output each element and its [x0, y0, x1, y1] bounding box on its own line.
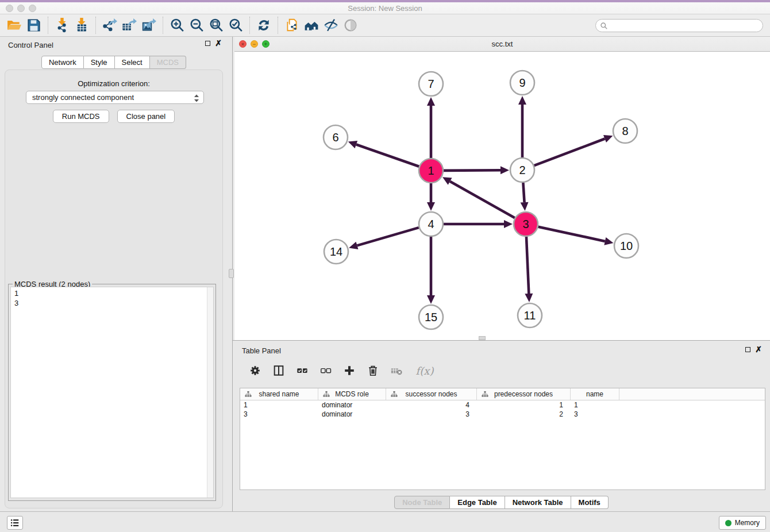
column-header-predecessor-nodes[interactable]: predecessor nodes: [477, 388, 571, 400]
graph-node-14[interactable]: 14: [324, 240, 348, 264]
graph-node-1[interactable]: 1: [419, 159, 443, 183]
tab-edge-table[interactable]: Edge Table: [450, 496, 505, 509]
graph-node-9[interactable]: 9: [510, 71, 534, 95]
close-panel-icon[interactable]: ✗: [215, 41, 222, 46]
tab-network[interactable]: Network: [41, 56, 84, 69]
vertical-splitter-handle[interactable]: [229, 269, 234, 278]
column-header-MCDS-role[interactable]: MCDS role: [318, 388, 386, 400]
table-cell[interactable]: 1: [477, 400, 571, 410]
zoom-selected-button[interactable]: [226, 16, 245, 34]
graph-node-8[interactable]: 8: [613, 119, 637, 143]
first-neighbors-button[interactable]: [302, 16, 321, 34]
optimization-criterion-select[interactable]: strongly connected component: [26, 91, 204, 104]
node-label: 8: [622, 125, 628, 137]
import-table-button[interactable]: [72, 16, 91, 34]
graph-edge-2-3[interactable]: [523, 183, 524, 202]
table-cell[interactable]: 3: [571, 410, 619, 419]
result-item[interactable]: 1: [14, 288, 210, 298]
deselect-all-checks-button[interactable]: [319, 364, 333, 377]
graph-edge-1-2[interactable]: [444, 170, 500, 171]
result-item[interactable]: 3: [14, 298, 210, 308]
tab-select[interactable]: Select: [115, 56, 150, 69]
table-settings-button[interactable]: [248, 364, 262, 377]
close-table-panel-icon[interactable]: ✗: [755, 347, 762, 352]
result-scrollbar[interactable]: [207, 287, 213, 498]
zoom-fit-button[interactable]: [206, 16, 226, 34]
table-cell[interactable]: 1: [571, 400, 619, 410]
refresh-layout-button[interactable]: [254, 16, 274, 34]
import-network-button[interactable]: [52, 16, 72, 34]
zoom-in-button[interactable]: [167, 16, 187, 34]
graph-edge-arrow: [349, 242, 358, 249]
node-table: shared nameMCDS rolesuccessor nodesprede…: [240, 388, 765, 490]
column-label: shared name: [259, 390, 299, 398]
graph-edge-4-14[interactable]: [357, 228, 418, 245]
export-network-button[interactable]: [100, 16, 120, 34]
zoom-out-button[interactable]: [187, 16, 206, 34]
table-cell[interactable]: 4: [386, 400, 477, 410]
close-panel-button[interactable]: Close panel: [117, 110, 175, 123]
table-row[interactable]: 3dominator323: [240, 410, 765, 419]
table-cell[interactable]: 3: [386, 410, 477, 419]
graph-node-15[interactable]: 15: [419, 305, 443, 329]
tab-network-table[interactable]: Network Table: [505, 496, 571, 509]
table-cell[interactable]: dominator: [318, 400, 386, 410]
graph-edge-3-11[interactable]: [526, 237, 529, 294]
save-session-button[interactable]: [24, 16, 44, 34]
graph-node-2[interactable]: 2: [510, 158, 534, 182]
select-all-checks-button[interactable]: [295, 364, 309, 377]
tab-node-table[interactable]: Node Table: [394, 496, 450, 509]
show-columns-icon: [272, 364, 285, 377]
graph-edge-3-10[interactable]: [538, 227, 605, 241]
graph-edge-1-6[interactable]: [356, 145, 419, 167]
column-header-successor-nodes[interactable]: successor nodes: [386, 388, 477, 400]
search-input[interactable]: [608, 22, 763, 30]
memory-button[interactable]: Memory: [719, 516, 766, 530]
table-cell[interactable]: 3: [240, 410, 318, 419]
graph-edge-arrow: [604, 237, 613, 245]
tab-style[interactable]: Style: [84, 56, 115, 69]
export-image-button[interactable]: [139, 16, 159, 34]
column-header-name[interactable]: name: [571, 388, 619, 400]
disabled-view-icon: [343, 18, 358, 33]
float-table-panel-icon[interactable]: [745, 347, 750, 352]
graph-node-3[interactable]: 3: [514, 212, 538, 236]
show-hide-graphics-button[interactable]: [321, 16, 341, 34]
table-cell[interactable]: 1: [240, 400, 318, 410]
toolbar-separator: [249, 17, 250, 34]
zoom-out-icon: [189, 18, 204, 33]
task-history-button[interactable]: [7, 516, 23, 530]
disabled-view-button[interactable]: [341, 16, 360, 34]
node-label: 4: [428, 218, 434, 230]
search-box[interactable]: [595, 19, 763, 32]
table-cell[interactable]: 2: [477, 410, 571, 419]
column-header-shared-name[interactable]: shared name: [240, 388, 318, 400]
node-label: 14: [330, 245, 342, 258]
add-row-button[interactable]: [342, 364, 356, 377]
table-cell[interactable]: dominator: [318, 410, 386, 419]
graph-node-7[interactable]: 7: [419, 72, 443, 96]
toolbar-separator: [95, 17, 96, 34]
node-label: 9: [519, 76, 525, 89]
graph-edge-2-8[interactable]: [534, 138, 605, 165]
graph-node-4[interactable]: 4: [419, 212, 443, 236]
horizontal-splitter-handle[interactable]: [479, 336, 486, 340]
show-columns-button[interactable]: [272, 364, 286, 377]
mcds-result-list[interactable]: 13: [10, 287, 214, 498]
node-label: 15: [425, 311, 437, 323]
run-mcds-button[interactable]: Run MCDS: [53, 110, 109, 123]
graph-node-6[interactable]: 6: [324, 125, 348, 149]
tab-motifs[interactable]: Motifs: [571, 496, 609, 509]
graph-node-10[interactable]: 10: [614, 234, 638, 258]
duplicate-network-button[interactable]: [282, 16, 302, 34]
graph-node-11[interactable]: 11: [518, 303, 542, 327]
function-builder-button: f(x): [413, 364, 436, 377]
delete-row-button[interactable]: [366, 364, 380, 377]
open-session-button[interactable]: [5, 16, 24, 34]
export-table-button[interactable]: [120, 16, 139, 34]
float-panel-icon[interactable]: [205, 41, 210, 46]
graph-edge-3-1[interactable]: [450, 182, 515, 218]
table-row[interactable]: 1dominator411: [240, 400, 765, 410]
tab-mcds[interactable]: MCDS: [150, 56, 186, 69]
network-canvas[interactable]: 7968124314101511: [234, 52, 770, 340]
